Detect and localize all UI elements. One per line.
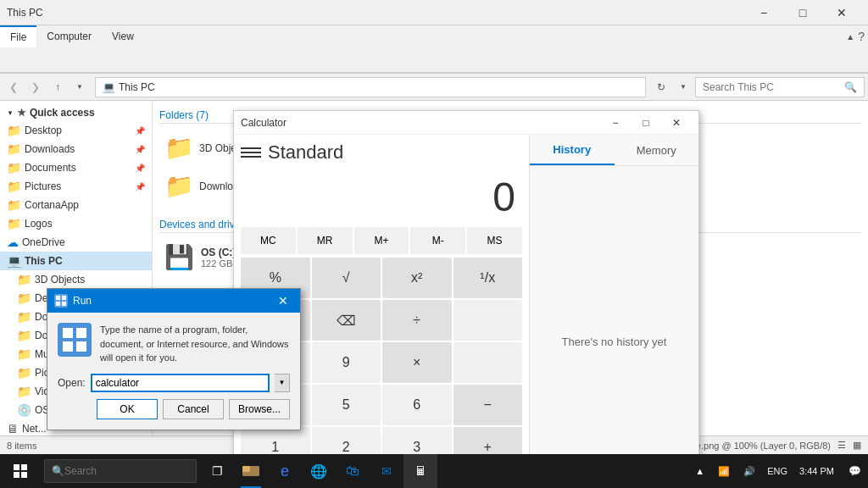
close-button[interactable]: ✕ [822, 0, 861, 25]
mem-ms-button[interactable]: MS [467, 227, 522, 254]
pin-icon: 📌 [135, 164, 145, 173]
calc-title-bar: Calculator − □ ✕ [234, 111, 698, 135]
search-bar[interactable]: 🔍 [695, 77, 865, 97]
view-toggle-tiles[interactable]: ▦ [853, 440, 861, 451]
notification-center-button[interactable]: 💬 [841, 454, 868, 488]
refresh-button[interactable]: ↻ [651, 77, 671, 97]
run-ok-button[interactable]: OK [97, 399, 158, 419]
history-empty-text: There's no history yet [562, 336, 667, 348]
mem-mminus-button[interactable]: M- [410, 227, 465, 254]
sidebar-item-pictures[interactable]: 📁 Pictures 📌 [0, 177, 152, 196]
key-sqrt[interactable]: √ [312, 258, 381, 298]
calc-minimize-button[interactable]: − [600, 111, 631, 135]
items-count: 8 items [7, 441, 36, 451]
mem-mplus-button[interactable]: M+ [354, 227, 409, 254]
mem-mc-button[interactable]: MC [241, 227, 296, 254]
taskbar-clock[interactable]: 3:44 PM [793, 466, 841, 476]
file-explorer-icon [242, 463, 259, 480]
maximize-button[interactable]: □ [783, 0, 822, 25]
sidebar-label-documents: Documents [25, 162, 76, 174]
mail-icon: ✉ [381, 464, 392, 478]
start-sq2 [21, 464, 27, 470]
sidebar-item-cortana[interactable]: 📁 CortanaApp [0, 196, 152, 214]
folder-icon: 📁 [17, 310, 31, 324]
task-view-button[interactable]: ❐ [200, 454, 234, 488]
run-close-button[interactable]: ✕ [273, 291, 293, 311]
start-button[interactable] [0, 454, 41, 488]
key-9[interactable]: 9 [312, 342, 381, 383]
run-windows-icon [63, 328, 86, 352]
calc-close-button[interactable]: ✕ [661, 111, 692, 135]
sidebar-section-quick-access[interactable]: ▼ ★ Quick access [0, 104, 152, 121]
key-reciprocal[interactable]: ¹/x [453, 258, 523, 298]
calc-maximize-button[interactable]: □ [631, 111, 661, 135]
folder-icon: 📁 [17, 291, 31, 305]
search-input[interactable] [703, 81, 841, 93]
sidebar-item-onedrive[interactable]: ☁ OneDrive [0, 233, 152, 252]
sidebar-item-logos[interactable]: 📁 Logos [0, 214, 152, 233]
run-title-text: Run [73, 295, 92, 307]
volume-icon[interactable]: 🔊 [737, 454, 762, 488]
onedrive-icon: ☁ [7, 236, 19, 249]
taskbar-show-hidden[interactable]: ▲ [688, 454, 711, 488]
sidebar-item-documents[interactable]: 📁 Documents 📌 [0, 158, 152, 177]
tab-memory[interactable]: Memory [615, 135, 699, 165]
key-divide[interactable]: ÷ [382, 300, 452, 341]
up-button[interactable]: ↑ [47, 77, 68, 97]
taskbar-app-file-explorer[interactable] [234, 454, 268, 488]
folder-icon: 📁 [17, 347, 31, 361]
sidebar-item-desktop[interactable]: 📁 Desktop 📌 [0, 121, 152, 140]
help-icon[interactable]: ? [858, 30, 865, 43]
taskbar-app-calc[interactable]: 🖩 [403, 454, 437, 488]
run-dropdown-button[interactable]: ▼ [275, 374, 290, 392]
network-icon[interactable]: 📶 [711, 454, 737, 488]
quick-access-text: Quick access [30, 107, 95, 119]
tab-history[interactable]: History [530, 135, 615, 165]
start-sq4 [21, 472, 27, 478]
quick-access-label: ★ [17, 107, 26, 119]
run-cancel-button[interactable]: Cancel [163, 399, 224, 419]
recent-locations-button[interactable]: ▼ [70, 77, 90, 97]
key-multiply[interactable]: × [382, 342, 452, 383]
sidebar-item-3d-objects[interactable]: 📁 3D Objects [0, 270, 152, 289]
taskbar-app-ie[interactable]: 🌐 [302, 454, 336, 488]
key-squared[interactable]: x² [382, 258, 452, 298]
taskbar-search[interactable]: 🔍 [44, 459, 197, 483]
minimize-button[interactable]: − [744, 0, 783, 25]
menu-icon[interactable] [241, 142, 261, 163]
key-minus[interactable]: − [453, 385, 523, 425]
ribbon-collapse-btn[interactable]: ▲ [846, 32, 854, 42]
tab-computer[interactable]: Computer [36, 25, 102, 47]
taskbar-app-edge[interactable]: e [268, 454, 302, 488]
nav-bar: ❮ ❯ ↑ ▼ 💻 This PC ↻ ▼ 🔍 [0, 74, 868, 101]
tab-file[interactable]: File [0, 25, 36, 47]
key-5[interactable]: 5 [312, 385, 381, 425]
window-title: This PC [7, 7, 43, 19]
address-bar-settings[interactable]: ▼ [673, 77, 693, 97]
sidebar-label-cortana: CortanaApp [25, 199, 79, 211]
language-indicator[interactable]: ENG [762, 454, 793, 488]
folder-icon: 📁 [17, 366, 31, 380]
mem-mr-button[interactable]: MR [298, 227, 353, 254]
search-icon-taskbar: 🔍 [52, 465, 64, 477]
address-bar[interactable]: 💻 This PC [95, 77, 646, 97]
taskbar-app-mail[interactable]: ✉ [370, 454, 403, 488]
taskbar-search-input[interactable] [64, 465, 189, 477]
view-toggle-details[interactable]: ☰ [837, 440, 846, 451]
back-button[interactable]: ❮ [3, 77, 24, 97]
sidebar-label-pictures: Pictures [25, 180, 61, 192]
tab-view[interactable]: View [102, 25, 144, 47]
forward-button[interactable]: ❯ [25, 77, 46, 97]
calc-history-content: There's no history yet [530, 166, 698, 488]
key-6[interactable]: 6 [382, 385, 452, 425]
svg-rect-9 [242, 466, 259, 476]
svg-rect-4 [63, 328, 73, 338]
folder-icon: 📁 [7, 180, 21, 193]
taskbar-app-store[interactable]: 🛍 [336, 454, 370, 488]
run-input[interactable] [91, 374, 270, 392]
sidebar-item-downloads[interactable]: 📁 Downloads 📌 [0, 140, 152, 158]
run-browse-button[interactable]: Browse... [229, 399, 290, 419]
sidebar-item-this-pc[interactable]: 💻 This PC [0, 252, 152, 270]
calc-mode-bar: Standard [241, 141, 522, 164]
key-backspace[interactable]: ⌫ [312, 300, 381, 341]
